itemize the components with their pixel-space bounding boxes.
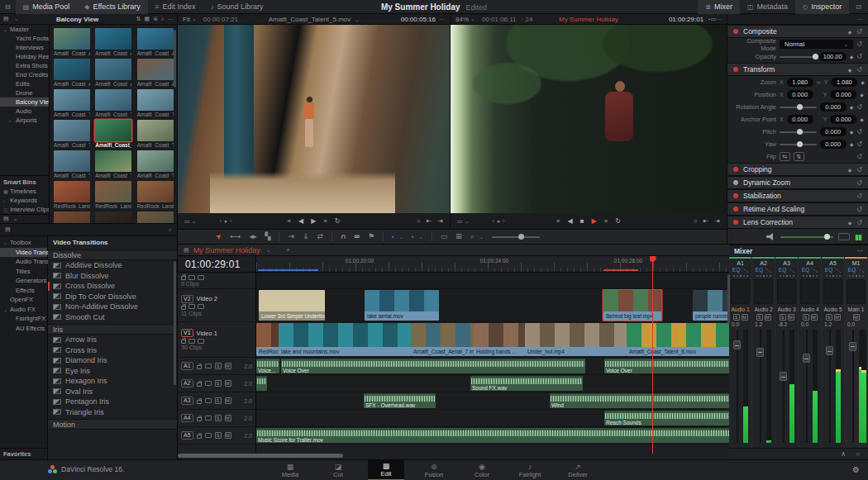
- thumbnail-view-icon[interactable]: ▦: [145, 16, 150, 22]
- meters-icon[interactable]: ▮▮: [855, 233, 861, 241]
- media-clip[interactable]: Amalfi_Coast_A...: [137, 28, 174, 56]
- media-clip[interactable]: Amalfi_Coast_T...: [95, 89, 131, 117]
- clip-thumbnail[interactable]: [137, 181, 174, 202]
- solo-button[interactable]: S: [803, 314, 809, 321]
- next-edit-button[interactable]: ⇥: [714, 217, 720, 225]
- video-lane-V1[interactable]: RedRock_...lake and mountains.movAmalfi_…: [256, 322, 731, 358]
- bin-item-drone[interactable]: Drone: [0, 88, 49, 97]
- chevron-down-icon[interactable]: ⌄: [192, 218, 197, 225]
- solo-button[interactable]: S: [826, 314, 832, 321]
- keyframe-icon[interactable]: ◆: [850, 141, 854, 147]
- yaw-value[interactable]: 0.000: [820, 140, 847, 149]
- fx-tree-toolbox[interactable]: ⌄Toolbox: [0, 238, 47, 248]
- settings-gear-icon[interactable]: ⚙: [852, 465, 860, 474]
- eq-button[interactable]: EQ: [779, 267, 794, 273]
- selection-tool-icon[interactable]: ➤: [214, 232, 224, 242]
- lock-icon[interactable]: [197, 365, 202, 369]
- track-id[interactable]: V1: [181, 329, 193, 337]
- clip-thumbnail[interactable]: [54, 28, 90, 50]
- flip-horizontal-button[interactable]: ⇆: [780, 152, 790, 161]
- stop-button[interactable]: ■: [580, 217, 584, 225]
- timeline-list-icon[interactable]: ▤: [184, 247, 189, 254]
- chevron-down-icon[interactable]: ⌄: [266, 247, 271, 254]
- keyframe-icon[interactable]: ◆: [848, 220, 852, 226]
- match-frame-button[interactable]: ○: [417, 217, 421, 225]
- track-id[interactable]: A2: [181, 379, 193, 387]
- fx-tree-au-effects[interactable]: AU Effects: [0, 324, 47, 334]
- page-tab-media[interactable]: ▦Media: [272, 460, 308, 480]
- top-button-inspector[interactable]: ◇Inspector: [795, 0, 849, 14]
- reset-icon[interactable]: ↺: [856, 179, 862, 187]
- timeline-name[interactable]: My Summer Holiday: [559, 16, 618, 23]
- effect-cross-iris[interactable]: Cross Iris: [48, 345, 177, 356]
- fx-tree-video-transitions[interactable]: Video Transitions: [0, 248, 47, 258]
- flag-icon[interactable]: ⚑: [368, 233, 374, 240]
- pan-control[interactable]: [756, 273, 771, 279]
- bin-item-extra-shots[interactable]: Extra Shots: [0, 61, 49, 70]
- disable-icon[interactable]: [198, 304, 204, 309]
- timeline-clip-people-running-mov[interactable]: people running.mov: [693, 290, 731, 321]
- go-first-button[interactable]: «: [288, 217, 291, 225]
- mute-button[interactable]: M: [765, 314, 771, 321]
- media-clip[interactable]: RedRock_Land...: [137, 181, 174, 209]
- pitch-value[interactable]: 0.000: [820, 127, 847, 136]
- sort-icon[interactable]: ⇅: [136, 16, 141, 22]
- section-dynamic-zoom[interactable]: Dynamic Zoom ↺: [727, 176, 868, 189]
- timeline-clip-voice-over[interactable]: Voice Over: [281, 359, 585, 373]
- insert-clip-icon[interactable]: ⇥: [288, 233, 294, 240]
- mixer-strip-a5[interactable]: A5EQAudio 5SM1.2: [822, 257, 845, 448]
- timeline-clip-clip[interactable]: [256, 376, 267, 391]
- clip-thumbnail[interactable]: [137, 211, 174, 223]
- track-id[interactable]: A1: [181, 362, 193, 370]
- chevron-down-icon[interactable]: ⌄: [419, 234, 423, 240]
- effect-oval-iris[interactable]: Oval Iris: [48, 387, 177, 397]
- media-clip[interactable]: RedRock_Land...: [54, 181, 90, 209]
- mixer-strip-a2[interactable]: A2EQAudio 2SM1.2: [752, 257, 775, 448]
- marker-color-icon[interactable]: ▪: [412, 234, 414, 240]
- chevron-icon[interactable]: ⌄: [3, 307, 8, 312]
- fader-handle[interactable]: [733, 340, 741, 349]
- reset-icon[interactable]: ↺: [856, 53, 862, 60]
- marker-icon[interactable]: ▪: [392, 234, 394, 240]
- lock-icon[interactable]: [197, 383, 202, 387]
- chevron-down-icon[interactable]: ⌄: [192, 16, 197, 22]
- media-clip[interactable]: Amalfi_Coast_T...: [137, 89, 174, 117]
- scrollbar[interactable]: [727, 274, 730, 324]
- disable-icon[interactable]: [198, 339, 204, 344]
- media-clip[interactable]: Amalfi_Coast_A...: [95, 28, 131, 56]
- fx-tree-audio-fx[interactable]: ⌄Audio FX: [0, 305, 47, 315]
- enable-toggle[interactable]: [733, 167, 738, 172]
- smart-bin-interview-clips[interactable]: ◫Interview Clips: [0, 205, 49, 214]
- clip-thumbnail[interactable]: [95, 28, 131, 50]
- effect-blur-dissolve[interactable]: Blur Dissolve: [48, 271, 177, 282]
- play-reverse-button[interactable]: ◀: [298, 217, 303, 225]
- disable-icon[interactable]: [198, 275, 204, 280]
- solo-button[interactable]: S: [756, 314, 763, 321]
- mute-button[interactable]: M: [742, 314, 748, 321]
- search-icon[interactable]: ⌕: [161, 16, 165, 22]
- top-button-mixer[interactable]: ≣Mixer: [698, 0, 740, 14]
- anchor-x-value[interactable]: 0.000: [787, 115, 813, 124]
- clip-thumbnail[interactable]: [54, 89, 90, 111]
- fader-area[interactable]: [799, 327, 821, 448]
- opacity-value[interactable]: 100.00: [819, 52, 847, 61]
- timeline-tab[interactable]: My Summer Holiday: [193, 246, 260, 254]
- fader-handle[interactable]: [780, 372, 787, 381]
- fader-handle[interactable]: [803, 354, 810, 363]
- track-header-A5[interactable]: A5SM2.0: [178, 427, 255, 444]
- monitor-icon[interactable]: ▭: [710, 16, 716, 22]
- strip-name[interactable]: Audio 4: [800, 304, 818, 313]
- position-x-value[interactable]: 0.000: [787, 90, 813, 99]
- link-icon[interactable]: ∞: [817, 79, 821, 85]
- audio-lane-A5[interactable]: Music Score for Trailer.mov: [256, 427, 731, 444]
- clip-thumbnail[interactable]: [54, 59, 90, 80]
- keyframe-icon[interactable]: ◆: [848, 29, 852, 35]
- eq-display[interactable]: [847, 279, 866, 304]
- favorites-item[interactable]: Favorites: [0, 448, 47, 459]
- anchor-y-value[interactable]: 0.000: [830, 115, 856, 124]
- timeline-ruler[interactable]: 01:00:20:0001:00:24:0001:00:28:00: [256, 256, 731, 273]
- eq-button[interactable]: EQ: [756, 267, 771, 273]
- auto-select-icon[interactable]: [188, 339, 195, 344]
- solo-button[interactable]: S: [215, 415, 222, 421]
- scrollbar[interactable]: [174, 30, 176, 88]
